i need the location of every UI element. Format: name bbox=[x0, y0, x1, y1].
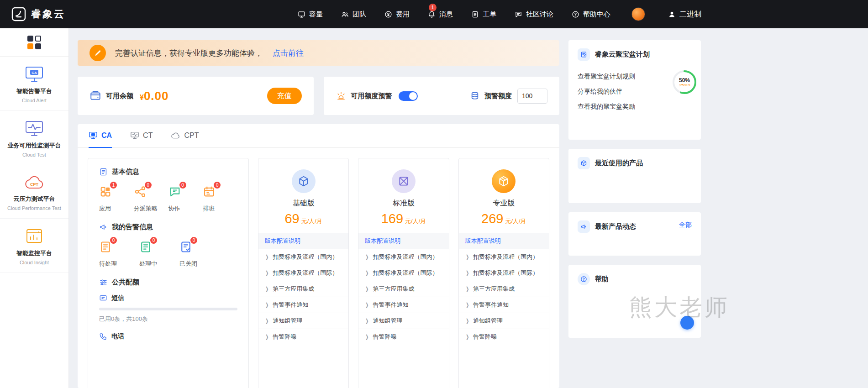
tab-ca[interactable]: CA bbox=[89, 124, 112, 148]
top-bar: 睿象云 容量 团队 费用 1 消息 工单 bbox=[0, 0, 868, 28]
stat-collaboration[interactable]: 0 协作 bbox=[168, 185, 203, 213]
megaphone-icon bbox=[99, 223, 108, 231]
feature-row[interactable]: ❯第三方应用集成 bbox=[358, 281, 448, 297]
sidebar-item-subtitle: Cloud Performance Test bbox=[3, 205, 66, 211]
user-menu[interactable]: 二进制 bbox=[668, 10, 701, 19]
tab-cpt[interactable]: CPT bbox=[171, 124, 199, 148]
feature-row[interactable]: ❯第三方应用集成 bbox=[258, 281, 348, 297]
stat-label: 应用 bbox=[99, 204, 134, 213]
progress-percent: 50% bbox=[679, 78, 690, 84]
sidebar-item-cloud-performance-test[interactable]: CPT 云压力测试平台 Cloud Performance Test bbox=[0, 165, 68, 219]
chevron-right-icon: ❯ bbox=[365, 302, 368, 308]
cpt-tab-icon bbox=[171, 132, 180, 139]
sms-label: 短信 bbox=[111, 294, 124, 302]
threshold-label: 预警额度 bbox=[484, 92, 512, 100]
messages-badge: 1 bbox=[429, 4, 437, 11]
sidebar-item-title: 业务可用性监测平台 bbox=[3, 142, 66, 150]
tab-label: CPT bbox=[184, 131, 199, 140]
sidebar-item-cloud-insight[interactable]: 智能监控平台 Cloud Insight bbox=[0, 219, 68, 273]
threshold-input[interactable] bbox=[517, 89, 547, 104]
stat-badge: 0 bbox=[190, 237, 197, 244]
balance-card: 可用余额 ¥ 0.00 充值 bbox=[78, 77, 314, 115]
sms-usage-text: 已用0条，共100条 bbox=[99, 315, 237, 323]
feature-row[interactable]: ❯告警降噪 bbox=[358, 329, 448, 345]
feature-row[interactable]: ❯告警降噪 bbox=[258, 329, 348, 345]
banner-go-link[interactable]: 点击前往 bbox=[273, 48, 304, 58]
feature-row[interactable]: ❯扣费标准及流程（国际） bbox=[258, 265, 348, 281]
stat-dispatch-policy[interactable]: 0 分派策略 bbox=[134, 185, 168, 213]
nav-capacity[interactable]: 容量 bbox=[298, 10, 323, 19]
news-all-link[interactable]: 全部 bbox=[679, 221, 692, 229]
banner-text: 完善认证信息，获得专业版更多功能体验， bbox=[115, 48, 263, 58]
feature-row[interactable]: ❯告警事件通知 bbox=[459, 297, 549, 313]
phone-icon bbox=[99, 332, 107, 341]
stat-pending[interactable]: 0 待处理 bbox=[99, 241, 139, 268]
feature-row[interactable]: ❯通知组管理 bbox=[358, 313, 448, 329]
recharge-button[interactable]: 充值 bbox=[267, 88, 302, 104]
version-config-link[interactable]: 版本配置说明 bbox=[459, 233, 549, 249]
feature-row[interactable]: ❯通知组管理 bbox=[459, 313, 549, 329]
stat-badge: 1 bbox=[110, 182, 117, 189]
app-logo[interactable]: 睿象云 bbox=[11, 6, 65, 22]
stat-closed[interactable]: 0 已关闭 bbox=[179, 241, 220, 268]
basic-info-title: 基本信息 bbox=[112, 168, 139, 176]
sms-quota-bar bbox=[99, 308, 237, 310]
top-nav: 容量 团队 费用 1 消息 工单 社区讨论 bbox=[298, 10, 610, 19]
nav-label: 费用 bbox=[396, 10, 410, 19]
tab-ct[interactable]: CT bbox=[130, 124, 153, 148]
speaker-icon bbox=[578, 220, 590, 233]
chevron-right-icon: ❯ bbox=[466, 286, 469, 292]
cloud-performance-test-icon: CPT bbox=[24, 174, 45, 191]
nav-tickets[interactable]: 工单 bbox=[471, 10, 496, 19]
floating-help-button[interactable] bbox=[680, 316, 694, 330]
user-avatar[interactable] bbox=[631, 7, 645, 21]
apps-grid-button[interactable] bbox=[0, 28, 68, 57]
feature-row[interactable]: ❯扣费标准及流程（国内） bbox=[358, 249, 448, 265]
nav-community[interactable]: 社区讨论 bbox=[515, 10, 553, 19]
help-title: 帮助 bbox=[595, 275, 609, 283]
treasure-rewards-link[interactable]: 查看我的聚宝盆奖励 bbox=[578, 103, 692, 111]
feature-row[interactable]: ❯告警事件通知 bbox=[258, 297, 348, 313]
my-alerts-title: 我的告警信息 bbox=[112, 223, 153, 231]
feature-row[interactable]: ❯扣费标准及流程（国际） bbox=[358, 265, 448, 281]
feature-row[interactable]: ❯第三方应用集成 bbox=[459, 281, 549, 297]
treasure-plan-card: 睿象云聚宝盆计划 50% ↑250K/s 查看聚宝盆计划规则 分享给我的伙伴 查… bbox=[568, 40, 701, 140]
version-config-link[interactable]: 版本配置说明 bbox=[358, 233, 448, 249]
nav-team[interactable]: 团队 bbox=[341, 10, 366, 19]
feature-row[interactable]: ❯扣费标准及流程（国际） bbox=[459, 265, 549, 281]
quota-alert-toggle[interactable] bbox=[399, 91, 418, 101]
chevron-right-icon: ❯ bbox=[365, 254, 368, 260]
feature-row[interactable]: ❯扣费标准及流程（国内） bbox=[459, 249, 549, 265]
sidebar-item-cloud-alert[interactable]: CA 智能告警平台 Cloud Alert bbox=[0, 57, 68, 111]
feature-row[interactable]: ❯扣费标准及流程（国内） bbox=[258, 249, 348, 265]
plan-name: 专业版 bbox=[459, 199, 549, 208]
sidebar-item-title: 智能监控平台 bbox=[3, 249, 66, 257]
stat-label: 协作 bbox=[168, 204, 203, 213]
stat-badge: 0 bbox=[214, 182, 221, 189]
nav-fees[interactable]: 费用 bbox=[384, 10, 410, 19]
apps-stat-icon bbox=[99, 185, 112, 198]
feature-row[interactable]: ❯告警事件通知 bbox=[358, 297, 448, 313]
stat-processing[interactable]: 0 处理中 bbox=[139, 241, 179, 268]
sidebar-item-cloud-test[interactable]: 业务可用性监测平台 Cloud Test bbox=[0, 111, 68, 165]
nav-label: 帮助中心 bbox=[583, 10, 610, 19]
nav-messages[interactable]: 1 消息 bbox=[428, 10, 453, 19]
version-config-link[interactable]: 版本配置说明 bbox=[258, 233, 348, 249]
basic-info-card: 基本信息 1 应用 0 bbox=[88, 158, 249, 388]
public-quota-header: 公共配额 bbox=[99, 278, 237, 287]
quota-alert-card: 可用额度预警 预警额度 bbox=[324, 77, 560, 115]
plan-name: 基础版 bbox=[258, 199, 348, 208]
stat-scheduling[interactable]: 0 排班 bbox=[203, 185, 237, 213]
closed-stat-icon bbox=[179, 241, 192, 253]
my-alerts-header: 我的告警信息 bbox=[99, 223, 237, 231]
stat-apps[interactable]: 1 应用 bbox=[99, 185, 134, 213]
sms-row: 短信 bbox=[99, 294, 237, 302]
feature-row[interactable]: ❯告警降噪 bbox=[459, 329, 549, 345]
nav-help-center[interactable]: 帮助中心 bbox=[572, 10, 610, 19]
svg-text:CA: CA bbox=[32, 71, 37, 75]
public-quota-title: 公共配额 bbox=[112, 278, 139, 287]
plan-name: 标准版 bbox=[358, 199, 448, 208]
collab-stat-icon bbox=[168, 185, 181, 198]
feature-row[interactable]: ❯通知组管理 bbox=[258, 313, 348, 329]
recent-products-title: 最近使用的产品 bbox=[595, 159, 643, 168]
